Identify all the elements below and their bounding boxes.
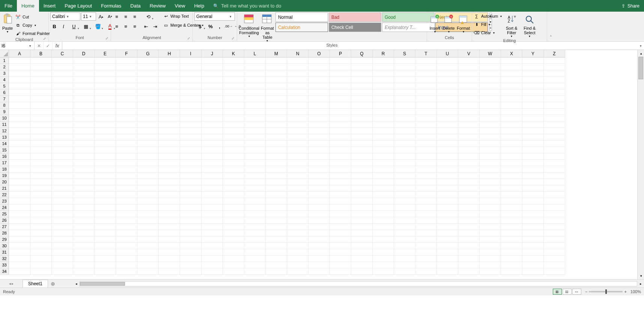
- hscroll-thumb[interactable]: [80, 282, 125, 286]
- cell[interactable]: [244, 77, 266, 83]
- cell[interactable]: [52, 249, 73, 256]
- cell[interactable]: [480, 224, 501, 230]
- cell-style-normal[interactable]: Normal: [275, 12, 328, 22]
- tab-review[interactable]: Review: [145, 0, 170, 12]
- cell[interactable]: [351, 243, 373, 249]
- cell[interactable]: [501, 96, 522, 102]
- cell[interactable]: [522, 83, 544, 89]
- row-header[interactable]: 17: [0, 160, 9, 166]
- column-header[interactable]: G: [137, 50, 159, 58]
- cut-button[interactable]: ✂️Cut: [15, 13, 50, 21]
- cell[interactable]: [266, 121, 287, 128]
- cell[interactable]: [116, 77, 137, 83]
- cell[interactable]: [244, 121, 266, 128]
- cell[interactable]: [544, 70, 565, 77]
- cell[interactable]: [373, 128, 394, 134]
- cell[interactable]: [351, 83, 373, 89]
- cell[interactable]: [458, 58, 480, 64]
- cell[interactable]: [266, 262, 287, 268]
- cell[interactable]: [480, 102, 501, 109]
- cell[interactable]: [522, 64, 544, 70]
- cell[interactable]: [287, 102, 308, 109]
- cell[interactable]: [30, 249, 52, 256]
- cell[interactable]: [287, 262, 308, 268]
- italic-button[interactable]: I: [59, 22, 68, 30]
- cell[interactable]: [266, 179, 287, 185]
- cell[interactable]: [501, 147, 522, 153]
- cell[interactable]: [394, 179, 415, 185]
- cell[interactable]: [223, 58, 244, 64]
- cell[interactable]: [308, 262, 330, 268]
- row-header[interactable]: 24: [0, 204, 9, 211]
- cell[interactable]: [308, 134, 330, 141]
- cell[interactable]: [244, 147, 266, 153]
- cell[interactable]: [480, 147, 501, 153]
- cell[interactable]: [308, 224, 330, 230]
- clear-button[interactable]: ⌫Clear▾: [474, 29, 502, 36]
- cell[interactable]: [330, 268, 351, 275]
- column-header[interactable]: R: [373, 50, 394, 58]
- cell[interactable]: [544, 256, 565, 262]
- cell[interactable]: [159, 115, 180, 121]
- cell[interactable]: [287, 243, 308, 249]
- cell[interactable]: [351, 115, 373, 121]
- cell[interactable]: [9, 224, 30, 230]
- cell[interactable]: [73, 204, 95, 211]
- cell[interactable]: [308, 179, 330, 185]
- page-break-view-button[interactable]: ▭: [572, 289, 581, 295]
- cell[interactable]: [437, 121, 458, 128]
- cell[interactable]: [95, 262, 116, 268]
- cell[interactable]: [394, 153, 415, 160]
- cell-style-explanatory-t-[interactable]: Explanatory T...: [382, 23, 435, 32]
- cell[interactable]: [480, 160, 501, 166]
- cell[interactable]: [95, 141, 116, 147]
- cell[interactable]: [30, 262, 52, 268]
- cell[interactable]: [73, 141, 95, 147]
- column-header[interactable]: Q: [351, 50, 373, 58]
- cell[interactable]: [137, 153, 159, 160]
- cell[interactable]: [308, 243, 330, 249]
- cell[interactable]: [159, 249, 180, 256]
- zoom-level[interactable]: 100%: [630, 289, 641, 294]
- cell[interactable]: [287, 77, 308, 83]
- cell[interactable]: [116, 128, 137, 134]
- cell[interactable]: [202, 236, 223, 243]
- row-header[interactable]: 23: [0, 198, 9, 204]
- tab-home[interactable]: Home: [17, 0, 39, 12]
- cell[interactable]: [180, 262, 202, 268]
- cell[interactable]: [501, 141, 522, 147]
- cell[interactable]: [308, 198, 330, 204]
- cell[interactable]: [544, 134, 565, 141]
- cell[interactable]: [437, 58, 458, 64]
- column-header[interactable]: Z: [544, 50, 565, 58]
- cell[interactable]: [244, 160, 266, 166]
- cell[interactable]: [415, 147, 437, 153]
- cell[interactable]: [137, 211, 159, 217]
- cell[interactable]: [415, 70, 437, 77]
- cell[interactable]: [287, 249, 308, 256]
- vscroll-thumb[interactable]: [638, 57, 643, 79]
- cell[interactable]: [415, 64, 437, 70]
- cell[interactable]: [223, 166, 244, 173]
- cell[interactable]: [52, 64, 73, 70]
- cell[interactable]: [373, 217, 394, 224]
- cell[interactable]: [287, 217, 308, 224]
- cell[interactable]: [480, 192, 501, 198]
- cell[interactable]: [522, 147, 544, 153]
- cell[interactable]: [95, 256, 116, 262]
- cell[interactable]: [180, 173, 202, 179]
- cell[interactable]: [522, 217, 544, 224]
- cell[interactable]: [330, 64, 351, 70]
- cell[interactable]: [9, 192, 30, 198]
- cell-style-bad[interactable]: Bad: [329, 12, 381, 22]
- cell[interactable]: [480, 249, 501, 256]
- cell[interactable]: [544, 262, 565, 268]
- insert-cells-button[interactable]: +Insert▾: [429, 12, 441, 34]
- cell[interactable]: [330, 224, 351, 230]
- align-right-button[interactable]: ≡: [131, 22, 139, 30]
- cell[interactable]: [137, 268, 159, 275]
- cell[interactable]: [522, 249, 544, 256]
- cell[interactable]: [394, 128, 415, 134]
- cell[interactable]: [458, 198, 480, 204]
- cell[interactable]: [480, 70, 501, 77]
